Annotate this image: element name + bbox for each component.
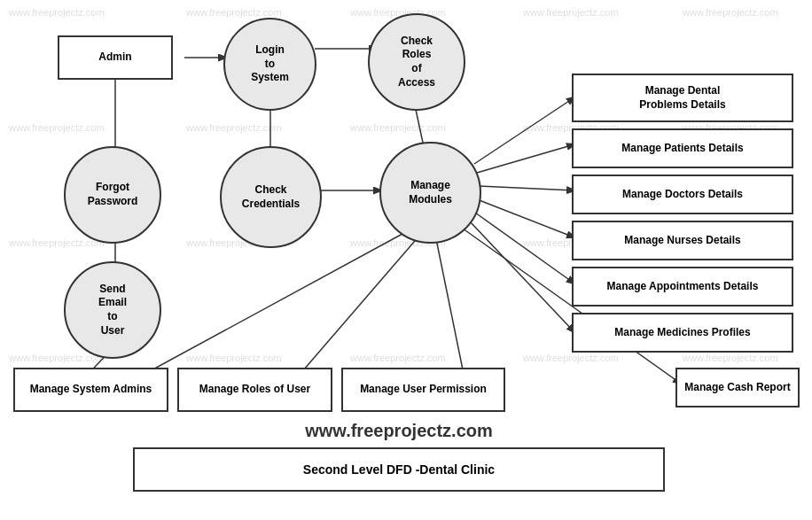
- manage-system-admins-label: Manage System Admins: [30, 383, 152, 397]
- manage-user-permission-box: Manage User Permission: [341, 368, 505, 412]
- manage-cash-box: Manage Cash Report: [675, 368, 800, 407]
- admin-box: Admin: [58, 35, 173, 80]
- watermark-17: www.freeprojectz.com: [186, 353, 282, 363]
- svg-line-16: [129, 229, 412, 383]
- svg-line-8: [477, 144, 574, 173]
- website-text: www.freeprojectz.com: [222, 421, 576, 441]
- forgot-password-circle: ForgotPassword: [64, 146, 161, 244]
- watermark-5: www.freeprojectz.com: [683, 7, 778, 18]
- forgot-password-label: ForgotPassword: [88, 181, 138, 208]
- manage-user-permission-label: Manage User Permission: [360, 383, 487, 397]
- watermark-8: www.freeprojectz.com: [350, 122, 446, 133]
- check-credentials-label: CheckCredentials: [242, 183, 300, 211]
- send-email-circle: SendEmailtoUser: [64, 261, 161, 359]
- check-roles-circle: CheckRolesofAccess: [368, 13, 465, 111]
- login-circle: LogintoSystem: [223, 18, 316, 111]
- svg-line-11: [475, 213, 574, 283]
- login-label: LogintoSystem: [251, 43, 289, 85]
- watermark-19: www.freeprojectz.com: [523, 353, 619, 363]
- svg-line-15: [434, 230, 465, 383]
- svg-line-7: [474, 97, 574, 164]
- watermark-4: www.freeprojectz.com: [523, 7, 619, 18]
- manage-doctors-label: Manage Doctors Details: [622, 188, 743, 202]
- watermark-1: www.freeprojectz.com: [9, 7, 105, 18]
- manage-cash-label: Manage Cash Report: [684, 381, 790, 395]
- manage-medicines-label: Manage Medicines Profiles: [614, 326, 750, 340]
- manage-doctors-box: Manage Doctors Details: [572, 175, 793, 214]
- watermark-11: www.freeprojectz.com: [9, 237, 105, 248]
- manage-patients-label: Manage Patients Details: [621, 142, 743, 156]
- send-email-label: SendEmailtoUser: [98, 283, 127, 338]
- watermark-16: www.freeprojectz.com: [9, 353, 105, 363]
- check-roles-label: CheckRolesofAccess: [398, 35, 435, 89]
- manage-dental-label: Manage DentalProblems Details: [639, 84, 725, 112]
- title-label: Second Level DFD -Dental Clinic: [303, 462, 495, 477]
- manage-medicines-box: Manage Medicines Profiles: [572, 313, 793, 353]
- manage-modules-label: ManageModules: [409, 179, 452, 206]
- manage-nurses-box: Manage Nurses Details: [572, 221, 793, 260]
- watermark-2: www.freeprojectz.com: [186, 7, 282, 18]
- manage-roles-box: Manage Roles of User: [177, 368, 332, 412]
- watermark-7: www.freeprojectz.com: [186, 122, 282, 133]
- svg-line-9: [479, 186, 574, 190]
- watermark-18: www.freeprojectz.com: [350, 353, 446, 363]
- manage-system-admins-box: Manage System Admins: [13, 368, 168, 412]
- manage-appointments-label: Manage Appointments Details: [607, 280, 759, 294]
- manage-roles-label: Manage Roles of User: [199, 383, 310, 397]
- watermark-6: www.freeprojectz.com: [9, 122, 105, 133]
- admin-label: Admin: [98, 50, 131, 65]
- watermark-20: www.freeprojectz.com: [683, 353, 778, 363]
- manage-dental-box: Manage DentalProblems Details: [572, 74, 793, 122]
- manage-patients-box: Manage Patients Details: [572, 128, 793, 168]
- manage-appointments-box: Manage Appointments Details: [572, 267, 793, 307]
- diagram-container: www.freeprojectz.com www.freeprojectz.co…: [0, 0, 812, 520]
- website-label: www.freeprojectz.com: [305, 421, 493, 440]
- svg-line-10: [477, 199, 574, 237]
- manage-modules-circle: ManageModules: [379, 142, 481, 244]
- check-credentials-circle: CheckCredentials: [220, 146, 322, 248]
- title-box: Second Level DFD -Dental Clinic: [133, 447, 665, 492]
- manage-nurses-label: Manage Nurses Details: [624, 234, 740, 248]
- svg-line-14: [293, 229, 426, 383]
- svg-line-12: [470, 221, 574, 332]
